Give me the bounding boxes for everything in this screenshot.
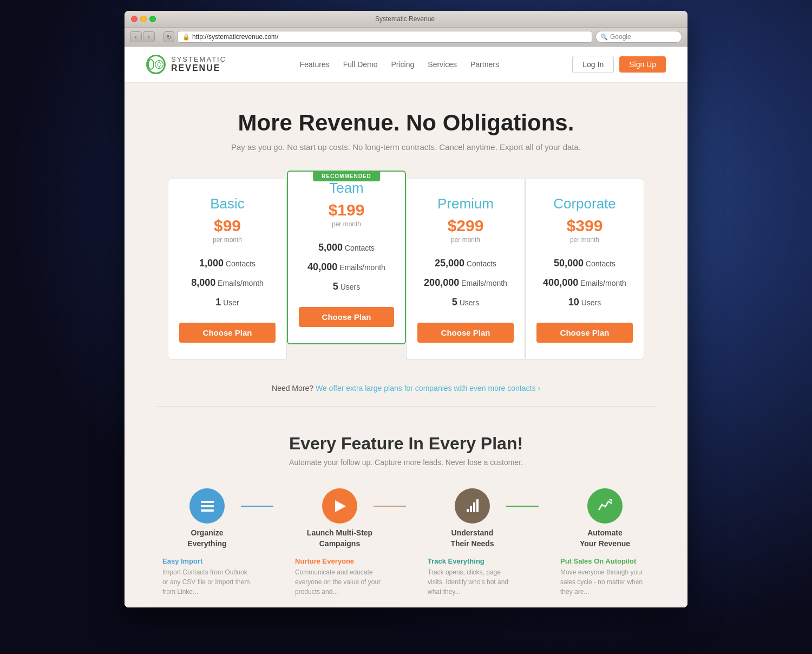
browser-titlebar: Systematic Revenue: [125, 11, 687, 28]
plan-premium-cta[interactable]: Choose Plan: [417, 323, 514, 343]
campaigns-label: Launch Multi-StepCampaigns: [307, 528, 372, 549]
navbar: SYSTEMATIC REVENUE Features Full Demo Pr…: [125, 47, 687, 83]
divider: [157, 406, 655, 407]
features-icons-row: OrganizeEverything Launch Multi-Ste: [146, 488, 666, 549]
plan-basic-price: $99: [179, 217, 276, 235]
feature-automate: AutomateYour Revenue: [555, 488, 655, 549]
organize-icon: [189, 488, 225, 524]
svg-marker-7: [335, 500, 346, 512]
plan-team-period: per month: [299, 220, 394, 228]
plan-premium-period: per month: [417, 236, 514, 244]
svg-rect-4: [201, 501, 214, 503]
signup-button[interactable]: Sign Up: [619, 56, 666, 73]
close-button[interactable]: [131, 16, 137, 22]
nav-features[interactable]: Features: [299, 60, 329, 69]
plan-corporate-cta[interactable]: Choose Plan: [536, 323, 633, 343]
plan-team-features: 5,000 Contacts 40,000 Emails/month 5 Use…: [299, 238, 394, 296]
pricing-section: Basic $99 per month 1,000 Contacts 8,000…: [125, 168, 687, 376]
connector-2: [374, 506, 406, 507]
login-button[interactable]: Log In: [572, 56, 614, 73]
page-content: SYSTEMATIC REVENUE Features Full Demo Pr…: [125, 47, 687, 607]
need-more-link[interactable]: We offer extra large plans for companies…: [316, 384, 540, 393]
nav-services[interactable]: Services: [428, 60, 457, 69]
features-subtitle: Automate your follow up. Capture more le…: [146, 458, 666, 467]
feature-autopilot: Put Sales On Autopilot Move everyone thr…: [555, 557, 655, 597]
minimize-button[interactable]: [140, 16, 147, 22]
plan-corporate-contacts: 50,000 Contacts: [536, 253, 633, 273]
easy-import-title: Easy Import: [162, 557, 252, 565]
need-more-section: Need More? We offer extra large plans fo…: [125, 376, 687, 401]
nav-actions: Log In Sign Up: [572, 56, 666, 73]
organize-label: OrganizeEverything: [187, 528, 226, 549]
plan-premium-features: 25,000 Contacts 200,000 Emails/month 5 U…: [417, 253, 514, 312]
plan-corporate-period: per month: [536, 236, 633, 244]
plan-team-users: 5 Users: [299, 277, 394, 296]
svg-rect-8: [467, 509, 469, 512]
nav-arrows: ‹ ›: [130, 31, 155, 42]
plan-premium-contacts: 25,000 Contacts: [417, 253, 514, 273]
logo-systematic: SYSTEMATIC: [171, 56, 226, 63]
plan-team-cta[interactable]: Choose Plan: [299, 307, 394, 327]
plan-premium-users: 5 Users: [417, 292, 514, 312]
feature-organize: OrganizeEverything: [157, 488, 257, 549]
plan-premium-name: Premium: [417, 195, 514, 212]
search-placeholder: Google: [610, 33, 631, 41]
understand-label: UnderstandTheir Needs: [450, 528, 494, 549]
svg-point-1: [158, 63, 161, 67]
plan-premium-price: $299: [417, 217, 514, 235]
maximize-button[interactable]: [149, 16, 156, 22]
easy-import-desc: Import Contacts from Outlook or any CSV …: [162, 567, 252, 597]
logo-icon: [146, 55, 166, 74]
nav-demo[interactable]: Full Demo: [343, 60, 378, 69]
feature-sublabels: Easy Import Import Contacts from Outlook…: [146, 557, 666, 597]
plan-team-emails: 40,000 Emails/month: [299, 257, 394, 277]
plan-corporate-emails: 400,000 Emails/month: [536, 273, 633, 292]
connector-1: [241, 506, 273, 507]
plan-basic: Basic $99 per month 1,000 Contacts 8,000…: [168, 179, 287, 359]
feature-track: Track Everything Track opens, clicks, pa…: [422, 557, 522, 597]
svg-rect-10: [473, 502, 475, 512]
refresh-button[interactable]: ↻: [163, 31, 174, 42]
nav-pricing[interactable]: Pricing: [391, 60, 415, 69]
plan-corporate-price: $399: [536, 217, 633, 235]
nurture-desc: Communicate and educate everyone on the …: [295, 567, 384, 597]
svg-rect-6: [201, 509, 214, 512]
recommended-badge: RECOMMENDED: [313, 171, 380, 181]
address-bar[interactable]: 🔒 http://systematicrevenue.com/: [178, 31, 592, 43]
plan-corporate-name: Corporate: [536, 195, 633, 212]
browser-title: Systematic Revenue: [160, 15, 650, 23]
browser-toolbar: ‹ › ↻ 🔒 http://systematicrevenue.com/ 🔍 …: [125, 28, 687, 47]
need-more-label: Need More?: [272, 384, 313, 393]
svg-rect-11: [476, 499, 479, 512]
feature-campaigns: Launch Multi-StepCampaigns: [290, 488, 390, 549]
logo: SYSTEMATIC REVENUE: [146, 55, 226, 74]
connector-3: [506, 506, 539, 507]
forward-button[interactable]: ›: [143, 31, 155, 42]
plan-basic-name: Basic: [179, 195, 276, 212]
svg-rect-9: [470, 506, 472, 512]
features-section: Every Feature In Every Plan! Automate yo…: [125, 412, 687, 607]
search-bar[interactable]: 🔍 Google: [595, 31, 682, 43]
autopilot-title: Put Sales On Autopilot: [560, 557, 650, 565]
plan-basic-users: 1 User: [179, 292, 276, 312]
feature-nurture: Nurture Everyone Communicate and educate…: [290, 557, 390, 597]
understand-icon: [455, 488, 490, 524]
feature-easy-import: Easy Import Import Contacts from Outlook…: [157, 557, 257, 597]
url-text: http://systematicrevenue.com/: [192, 33, 278, 41]
browser-window: Systematic Revenue ‹ › ↻ 🔒 http://system…: [125, 11, 687, 607]
back-button[interactable]: ‹: [130, 31, 142, 42]
feature-understand: UnderstandTheir Needs: [422, 488, 522, 549]
autopilot-desc: Move everyone through your sales cycle -…: [560, 567, 650, 597]
search-icon: 🔍: [600, 34, 608, 41]
campaigns-icon: [322, 488, 357, 524]
svg-rect-5: [201, 505, 214, 507]
plan-basic-cta[interactable]: Choose Plan: [179, 323, 276, 343]
ssl-icon: 🔒: [182, 34, 190, 41]
logo-text: SYSTEMATIC REVENUE: [171, 56, 226, 73]
automate-icon: [587, 488, 623, 524]
plan-basic-emails: 8,000 Emails/month: [179, 273, 276, 292]
plan-corporate: Corporate $399 per month 50,000 Contacts…: [525, 179, 644, 359]
plan-corporate-features: 50,000 Contacts 400,000 Emails/month 10 …: [536, 253, 633, 312]
plan-basic-period: per month: [179, 236, 276, 244]
nav-partners[interactable]: Partners: [470, 60, 499, 69]
